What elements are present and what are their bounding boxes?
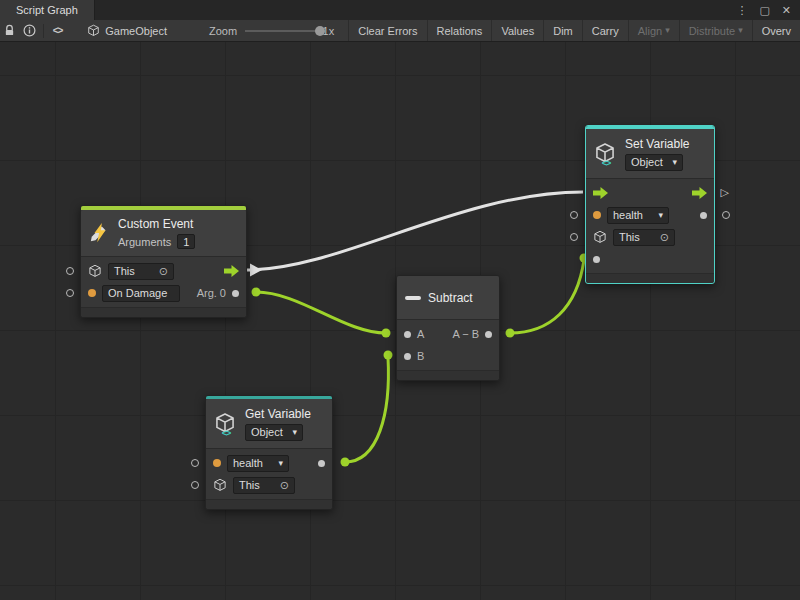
node-title: Set Variable — [625, 137, 689, 151]
script-graph-window: Script Graph ⋮ ▢ ✕ <> GameObject — [0, 0, 800, 600]
node-title: Get Variable — [245, 407, 311, 421]
input-b-label: B — [417, 350, 424, 362]
carry-button[interactable]: Carry — [582, 20, 628, 42]
node-set-variable[interactable]: <> Set Variable Object ▾ — [585, 125, 715, 284]
target-picker-icon[interactable]: ⊙ — [280, 480, 289, 491]
zoom-label: Zoom — [209, 25, 237, 37]
graph-owner-chip[interactable]: GameObject — [87, 24, 167, 37]
arguments-field[interactable]: 1 — [177, 234, 195, 249]
code-icon[interactable]: <> — [48, 20, 67, 42]
dim-button[interactable]: Dim — [543, 20, 582, 42]
control-wire[interactable] — [247, 192, 583, 270]
value-output-port[interactable] — [318, 460, 325, 467]
target-field[interactable]: This ⊙ — [108, 263, 174, 280]
chevron-down-icon: ▾ — [278, 459, 283, 468]
node-title: Subtract — [428, 291, 473, 305]
value-output-port[interactable] — [232, 290, 239, 297]
variable-scope-dropdown[interactable]: Object ▾ — [625, 154, 683, 171]
toolbar-buttons: Clear Errors Relations Values Dim Carry … — [348, 20, 800, 42]
input-b-port[interactable] — [404, 353, 411, 360]
unconnected-port-ring[interactable] — [570, 233, 578, 241]
graph-toolbar: <> GameObject Zoom 1x Clear Errors Relat… — [0, 20, 800, 42]
window-controls: ⋮ ▢ ✕ — [736, 0, 800, 20]
subtract-icon — [405, 296, 421, 300]
variable-icon: <> — [214, 412, 238, 436]
node-footer — [206, 499, 332, 509]
variable-icon: <> — [594, 142, 618, 166]
control-continuation-triangle[interactable]: ▷ — [721, 187, 729, 198]
cube-icon — [593, 230, 607, 244]
maximize-icon[interactable]: ▢ — [759, 4, 769, 17]
values-button[interactable]: Values — [491, 20, 543, 42]
unconnected-port-ring[interactable] — [66, 289, 74, 297]
cube-icon — [88, 264, 102, 278]
tab-title: Script Graph — [16, 4, 78, 16]
node-footer — [586, 273, 714, 283]
control-output-port[interactable] — [692, 187, 707, 199]
chevron-down-icon: ▾ — [738, 26, 743, 35]
zoom-slider-handle[interactable] — [315, 26, 325, 36]
node-subtract[interactable]: Subtract A A − B B — [396, 275, 500, 381]
value-input-port[interactable] — [88, 289, 96, 297]
value-output-port[interactable] — [700, 212, 707, 219]
zoom-slider-track — [245, 30, 316, 32]
unconnected-port-ring[interactable] — [191, 481, 199, 489]
node-footer — [397, 370, 499, 380]
variable-name-dropdown[interactable]: health ▾ — [227, 455, 289, 472]
graph-owner-label: GameObject — [105, 25, 167, 37]
value-input-port[interactable] — [213, 459, 221, 467]
tab-script-graph[interactable]: Script Graph — [0, 0, 95, 20]
wire-endpoint — [341, 458, 350, 467]
result-output-port[interactable] — [485, 331, 492, 338]
lock-icon[interactable] — [0, 20, 19, 42]
variable-name-dropdown[interactable]: health ▾ — [607, 207, 669, 224]
wire-endpoint — [382, 329, 391, 338]
tab-bar: Script Graph ⋮ ▢ ✕ — [0, 0, 800, 20]
zoom-slider[interactable] — [245, 20, 316, 42]
node-get-variable[interactable]: <> Get Variable Object ▾ health ▾ — [205, 395, 333, 510]
node-custom-event[interactable]: Custom Event Arguments 1 This ⊙ — [80, 205, 247, 318]
arguments-label: Arguments — [118, 236, 171, 248]
unconnected-port-ring[interactable] — [191, 459, 199, 467]
input-a-port[interactable] — [404, 331, 411, 338]
clear-errors-button[interactable]: Clear Errors — [348, 20, 426, 42]
graph-canvas[interactable]: Custom Event Arguments 1 This ⊙ — [0, 42, 800, 600]
align-button[interactable]: Align ▾ — [628, 20, 679, 42]
overview-button[interactable]: Overv — [752, 20, 800, 42]
unconnected-port-ring[interactable] — [570, 211, 578, 219]
chevron-down-icon: ▾ — [665, 26, 670, 35]
cube-icon — [213, 478, 227, 492]
unconnected-port-ring[interactable] — [66, 267, 74, 275]
toolbar-separator — [43, 24, 44, 38]
value-wire-result-to-set[interactable] — [510, 260, 584, 333]
chevron-down-icon: ▾ — [292, 428, 297, 437]
event-name-field[interactable]: On Damage — [102, 285, 180, 302]
value-wire-get-to-b[interactable] — [345, 357, 388, 462]
value-wire-arg-to-a[interactable] — [256, 292, 386, 333]
window-menu-icon[interactable]: ⋮ — [736, 4, 747, 17]
unconnected-port-ring[interactable] — [722, 211, 730, 219]
target-picker-icon[interactable]: ⊙ — [159, 266, 168, 277]
target-picker-icon[interactable]: ⊙ — [660, 232, 669, 243]
node-header[interactable]: <> Set Variable Object ▾ — [586, 129, 714, 178]
node-header[interactable]: Subtract — [397, 276, 499, 319]
node-header[interactable]: Custom Event Arguments 1 — [81, 210, 246, 256]
result-label: A − B — [452, 328, 479, 340]
node-header[interactable]: <> Get Variable Object ▾ — [206, 399, 332, 448]
new-value-input-port[interactable] — [593, 256, 600, 263]
close-icon[interactable]: ✕ — [782, 4, 791, 17]
relations-button[interactable]: Relations — [427, 20, 492, 42]
value-input-port[interactable] — [593, 211, 601, 219]
info-icon[interactable] — [19, 20, 38, 42]
gameobject-icon — [87, 24, 100, 37]
control-input-port[interactable] — [593, 187, 608, 199]
control-output-port[interactable] — [224, 265, 239, 277]
control-wire-arrow — [250, 264, 262, 277]
arg-output-label: Arg. 0 — [197, 287, 226, 299]
target-field[interactable]: This ⊙ — [233, 477, 295, 494]
distribute-button[interactable]: Distribute ▾ — [679, 20, 752, 42]
variable-scope-dropdown[interactable]: Object ▾ — [245, 424, 303, 441]
target-field[interactable]: This ⊙ — [613, 229, 675, 246]
wire-endpoint — [384, 351, 393, 360]
node-footer — [81, 307, 246, 317]
